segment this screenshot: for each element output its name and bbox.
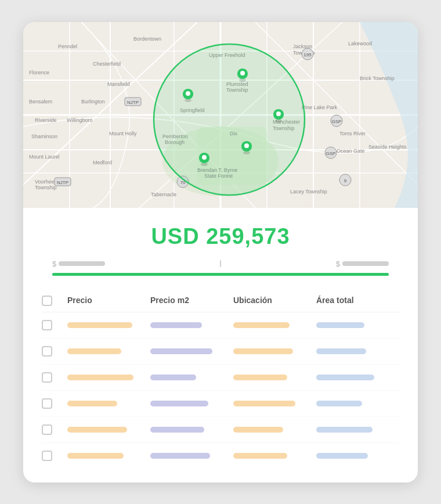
range-container: $ $	[46, 260, 395, 276]
svg-text:Medford: Medford	[93, 160, 112, 165]
header-checkbox[interactable]	[42, 296, 52, 306]
row-checkbox[interactable]	[42, 372, 52, 383]
svg-text:GSP: GSP	[332, 119, 342, 124]
svg-text:Pine Lake Park: Pine Lake Park	[302, 105, 338, 110]
svg-text:Mount Laurel: Mount Laurel	[29, 154, 60, 160]
svg-text:NJTP: NJTP	[127, 100, 139, 105]
range-bar-fill	[52, 273, 389, 276]
svg-text:9: 9	[344, 178, 347, 183]
svg-point-80	[244, 143, 249, 148]
row-checkbox-cell	[42, 320, 67, 330]
table-section: Precio Precio m2 Ubicación Área total	[23, 285, 418, 469]
col-precio: Precio	[67, 296, 150, 306]
svg-text:Mount Holly: Mount Holly	[109, 131, 137, 136]
svg-text:Bordentown: Bordentown	[133, 36, 161, 42]
row-checkbox-cell	[42, 424, 67, 435]
svg-text:GSP: GSP	[326, 151, 336, 156]
table-row	[42, 391, 399, 417]
svg-text:Seaside Heights: Seaside Heights	[368, 144, 407, 150]
row-checkbox-cell	[42, 451, 67, 461]
col-area-total: Área total	[316, 296, 399, 306]
price-section: USD 259,573 $ $	[23, 208, 418, 285]
svg-text:Lacey Township: Lacey Township	[290, 189, 327, 195]
svg-point-74	[186, 91, 190, 96]
dollar-icon-right: $	[336, 260, 340, 268]
svg-point-83	[202, 155, 207, 160]
map-section: Penndel Bordentown Upper Freehold Jackso…	[23, 22, 418, 208]
svg-text:Brick Township: Brick Township	[360, 75, 395, 81]
range-label-center	[105, 260, 336, 267]
range-label-left: $	[52, 260, 105, 268]
table-row	[42, 443, 399, 469]
main-card: Penndel Bordentown Upper Freehold Jackso…	[23, 22, 418, 483]
table-row	[42, 417, 399, 443]
svg-text:Florence: Florence	[29, 70, 49, 75]
svg-text:Willingboro: Willingboro	[67, 117, 93, 123]
svg-text:Burlington: Burlington	[81, 99, 105, 105]
svg-text:Riverside: Riverside	[35, 117, 57, 123]
range-label-right: $	[336, 260, 389, 268]
dollar-icon-left: $	[52, 260, 56, 268]
table-row	[42, 365, 399, 391]
svg-text:Voorhees: Voorhees	[35, 179, 57, 185]
row-checkbox-cell	[42, 372, 67, 383]
row-checkbox[interactable]	[42, 320, 52, 330]
svg-text:NJTP: NJTP	[57, 180, 68, 185]
svg-text:195: 195	[303, 52, 312, 57]
price-value: USD 259,573	[46, 224, 395, 249]
row-checkbox-cell	[42, 346, 67, 357]
row-checkbox[interactable]	[42, 398, 52, 409]
svg-point-77	[276, 111, 281, 116]
row-checkbox[interactable]	[42, 451, 52, 461]
range-bar	[52, 273, 389, 276]
col-ubicacion: Ubicación	[233, 296, 316, 306]
table-row	[42, 312, 399, 339]
row-checkbox[interactable]	[42, 424, 52, 435]
svg-text:Township: Township	[35, 185, 57, 190]
svg-text:Shaminson: Shaminson	[31, 134, 57, 139]
table-row	[42, 339, 399, 365]
checkbox-header-cell	[42, 296, 67, 306]
svg-text:Penndel: Penndel	[58, 44, 77, 49]
svg-text:Chesterfield: Chesterfield	[93, 61, 121, 67]
row-checkbox[interactable]	[42, 346, 52, 357]
svg-text:Lakewood: Lakewood	[348, 41, 372, 46]
svg-text:Bensalem: Bensalem	[29, 99, 52, 105]
col-precio-m2: Precio m2	[150, 296, 233, 306]
svg-point-71	[240, 71, 245, 75]
range-labels: $ $	[52, 260, 389, 268]
svg-text:Toms River: Toms River	[339, 131, 366, 136]
svg-text:Tabernacle: Tabernacle	[151, 192, 176, 197]
row-checkbox-cell	[42, 398, 67, 409]
svg-point-69	[154, 44, 305, 195]
svg-text:Ocean Gate: Ocean Gate	[337, 148, 365, 154]
svg-text:Mansfield: Mansfield	[107, 81, 130, 87]
table-header: Precio Precio m2 Ubicación Área total	[42, 291, 399, 312]
